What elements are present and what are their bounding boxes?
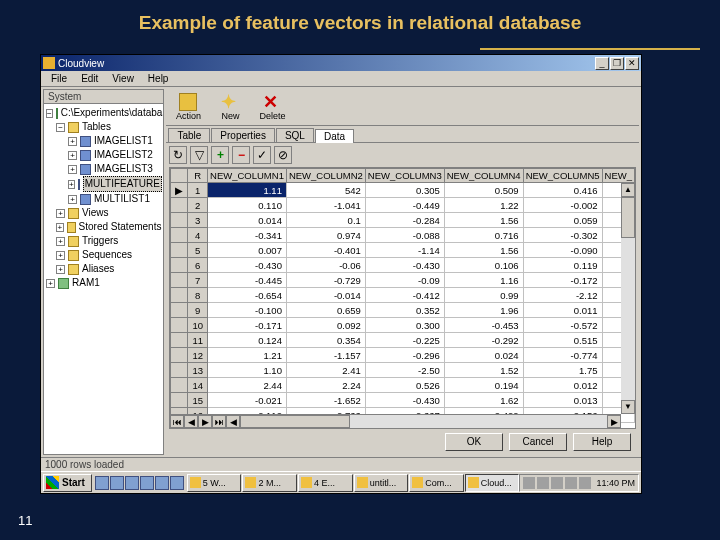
taskbar-button[interactable]: 2 M... [242, 474, 297, 492]
next-record-button[interactable]: ▶ [198, 415, 212, 428]
horizontal-scrollbar[interactable] [240, 415, 607, 428]
menu-view[interactable]: View [105, 72, 141, 85]
grid-cell[interactable]: 1.52 [444, 363, 523, 378]
grid-cell[interactable]: 1.10 [208, 363, 287, 378]
tree-stored[interactable]: +Stored Statements [46, 220, 161, 234]
grid-cell[interactable]: -0.014 [286, 288, 365, 303]
grid-cell[interactable]: 1.62 [444, 393, 523, 408]
tab-data[interactable]: Data [315, 129, 354, 143]
tray-icon[interactable] [537, 477, 549, 489]
tree-table-item[interactable]: +IMAGELIST1 [46, 134, 161, 148]
tree-views[interactable]: +Views [46, 206, 161, 220]
grid-cell[interactable]: 2.24 [286, 378, 365, 393]
quick-launch-icon[interactable] [170, 476, 184, 490]
grid-cell[interactable]: -0.412 [365, 288, 444, 303]
quick-launch-icon[interactable] [125, 476, 139, 490]
tray-icon[interactable] [551, 477, 563, 489]
tree-table-item[interactable]: +IMAGELIST3 [46, 162, 161, 176]
grid-cell[interactable]: -1.157 [286, 348, 365, 363]
hscroll-thumb[interactable] [240, 415, 350, 428]
grid-cell[interactable]: -0.774 [523, 348, 602, 363]
taskbar-button[interactable]: 4 E... [298, 474, 353, 492]
taskbar-button[interactable]: Com... [409, 474, 464, 492]
grid-cell[interactable]: -0.430 [208, 258, 287, 273]
cancel-button[interactable]: Cancel [509, 433, 567, 451]
grid-cell[interactable]: 0.011 [523, 303, 602, 318]
grid-cell[interactable]: 0.1 [286, 213, 365, 228]
column-header[interactable]: NEW_COLUMN4 [444, 169, 523, 183]
tree-tables[interactable]: −Tables [46, 120, 161, 134]
tree-table-item[interactable]: +IMAGELIST2 [46, 148, 161, 162]
action-button[interactable]: Action [168, 91, 208, 123]
grid-cell[interactable]: -0.284 [365, 213, 444, 228]
tree-aliases[interactable]: +Aliases [46, 262, 161, 276]
quick-launch-icon[interactable] [155, 476, 169, 490]
tray-icon[interactable] [579, 477, 591, 489]
grid-cell[interactable]: 0.024 [444, 348, 523, 363]
grid-cell[interactable]: -0.430 [365, 393, 444, 408]
grid-cell[interactable]: 0.092 [286, 318, 365, 333]
row-marker[interactable] [171, 348, 188, 363]
filter-button[interactable]: ▽ [190, 146, 208, 164]
tree-table-item[interactable]: +MULTILIST1 [46, 192, 161, 206]
grid-cell[interactable]: -2.50 [365, 363, 444, 378]
tab-sql[interactable]: SQL [276, 128, 314, 142]
grid-cell[interactable]: 0.194 [444, 378, 523, 393]
row-marker[interactable] [171, 318, 188, 333]
last-record-button[interactable]: ⏭ [212, 415, 226, 428]
column-header[interactable]: NEW_COLUMN5 [523, 169, 602, 183]
scroll-up-button[interactable]: ▲ [621, 183, 635, 197]
grid-cell[interactable]: 1.21 [208, 348, 287, 363]
close-button[interactable]: ✕ [625, 57, 639, 70]
grid-cell[interactable]: 0.119 [523, 258, 602, 273]
grid-cell[interactable]: -0.09 [365, 273, 444, 288]
grid-cell[interactable]: 0.106 [444, 258, 523, 273]
quick-launch-icon[interactable] [95, 476, 109, 490]
menu-file[interactable]: File [44, 72, 74, 85]
scroll-left-button[interactable]: ◀ [226, 415, 240, 428]
grid-cell[interactable]: -0.572 [523, 318, 602, 333]
row-marker[interactable] [171, 333, 188, 348]
grid-cell[interactable]: 1.96 [444, 303, 523, 318]
rollback-button[interactable]: ⊘ [274, 146, 292, 164]
tree-ram1[interactable]: +RAM1 [46, 276, 161, 290]
grid-cell[interactable]: -0.449 [365, 198, 444, 213]
start-button[interactable]: Start [43, 474, 92, 492]
column-header[interactable]: NEW_COLUMN3 [365, 169, 444, 183]
menu-help[interactable]: Help [141, 72, 176, 85]
grid-cell[interactable]: 0.012 [523, 378, 602, 393]
add-row-button[interactable]: + [211, 146, 229, 164]
grid-cell[interactable]: 0.352 [365, 303, 444, 318]
grid-cell[interactable]: -0.002 [523, 198, 602, 213]
row-marker[interactable] [171, 243, 188, 258]
tab-properties[interactable]: Properties [211, 128, 275, 142]
tray-icon[interactable] [523, 477, 535, 489]
minimize-button[interactable]: _ [595, 57, 609, 70]
column-header[interactable]: NEW_COLUMN1 [208, 169, 287, 183]
grid-cell[interactable]: -0.088 [365, 228, 444, 243]
grid-cell[interactable]: -0.171 [208, 318, 287, 333]
prev-record-button[interactable]: ◀ [184, 415, 198, 428]
grid-cell[interactable]: 1.75 [523, 363, 602, 378]
taskbar-button[interactable]: 5 W... [187, 474, 242, 492]
row-marker[interactable] [171, 198, 188, 213]
grid-cell[interactable]: 1.22 [444, 198, 523, 213]
grid-cell[interactable]: -0.341 [208, 228, 287, 243]
column-header[interactable]: NEW_COLUMN2 [286, 169, 365, 183]
grid-cell[interactable]: 0.110 [208, 198, 287, 213]
grid-cell[interactable]: -0.453 [444, 318, 523, 333]
first-record-button[interactable]: ⏮ [170, 415, 184, 428]
delete-button[interactable]: ✕Delete [252, 91, 292, 123]
grid-cell[interactable]: -0.302 [523, 228, 602, 243]
grid-cell[interactable]: 0.013 [523, 393, 602, 408]
grid-cell[interactable]: 1.16 [444, 273, 523, 288]
grid-cell[interactable]: 0.515 [523, 333, 602, 348]
scroll-down-button[interactable]: ▼ [621, 400, 635, 414]
grid-cell[interactable]: -2.12 [523, 288, 602, 303]
quick-launch-icon[interactable] [140, 476, 154, 490]
row-marker[interactable] [171, 303, 188, 318]
grid-cell[interactable]: -1.041 [286, 198, 365, 213]
grid-cell[interactable]: -0.090 [523, 243, 602, 258]
grid-cell[interactable]: 0.305 [365, 183, 444, 198]
row-marker[interactable]: ▶ [171, 183, 188, 198]
